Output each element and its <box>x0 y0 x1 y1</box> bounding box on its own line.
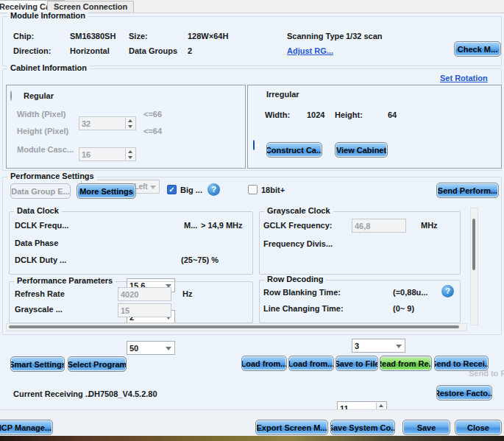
spinner-up-icon[interactable] <box>126 118 135 124</box>
big-checkbox[interactable]: ✓ <box>167 185 177 194</box>
spinner-down-icon[interactable] <box>126 124 135 130</box>
grayscale-input: 15 <box>118 303 171 317</box>
size-value: 128W×64H <box>188 32 228 40</box>
close-button[interactable]: Close <box>455 420 502 435</box>
spinner-down-icon[interactable] <box>126 155 135 160</box>
vertical-scrollbar-thumb[interactable] <box>472 219 475 270</box>
chip-label: Chip: <box>13 32 34 40</box>
dclk-frequency-hint: > 14,9 MHz <box>201 221 243 230</box>
current-receiving-label: Current Receiving ... <box>13 389 92 398</box>
data-groups-value: 2 <box>188 46 192 55</box>
frequency-division-select[interactable]: 3 <box>352 339 405 353</box>
irregular-width-value: 1024 <box>307 110 324 119</box>
vertical-scrollbar[interactable] <box>470 208 478 325</box>
load-from-button[interactable]: Load from... <box>288 356 334 371</box>
grayscale-label: Grayscale ... <box>15 305 63 314</box>
load-from-file-button[interactable]: Load from... <box>241 356 287 371</box>
chip-value: SM16380SH <box>70 32 116 40</box>
gclk-frequency-input: 46,8 <box>352 219 406 233</box>
more-settings-button[interactable]: More Settings <box>77 183 136 199</box>
save-system-config-button[interactable]: Save System Co... <box>330 420 395 435</box>
help-icon[interactable]: ? <box>207 183 220 196</box>
horizontal-scrollbar[interactable] <box>6 323 467 331</box>
dclk-duty-hint: (25~75) % <box>181 255 219 264</box>
width-pixel-spinner: 32 <box>79 116 136 130</box>
check-module-button[interactable]: Check M... <box>454 41 501 57</box>
adjust-rg-link[interactable]: Adjust RG... <box>287 46 333 55</box>
big-checkbox-label: Big ... <box>180 186 202 194</box>
desktop-strip <box>0 436 504 441</box>
regular-radio-label: Regular <box>24 91 54 100</box>
help-icon[interactable]: ? <box>441 285 454 297</box>
row-blanking-hint: (=0,88u... <box>393 288 427 297</box>
save-button[interactable]: Save <box>402 420 450 435</box>
refresh-rate-value: 4020 <box>121 290 138 299</box>
spinner-up-icon[interactable] <box>126 149 135 155</box>
row-blanking-time-label: Row Blanking Time: <box>263 288 341 297</box>
line-changing-hint: (0~ 9) <box>393 304 414 313</box>
dclk-duty-label: DCLK Duty ... <box>15 255 66 264</box>
dclk-duty-select[interactable]: 50 <box>127 341 175 355</box>
width-pixel-value: 32 <box>82 119 90 128</box>
frequency-division-label: Frequency Divis... <box>263 239 333 248</box>
save-to-file-button[interactable]: Save to File <box>336 356 378 371</box>
refresh-rate-unit: Hz <box>182 289 192 298</box>
gclk-frequency-value: 46,8 <box>355 222 370 230</box>
grayscale-value: 15 <box>121 306 129 315</box>
performance-parameters-title: Performance Parameters <box>14 276 116 285</box>
width-pixel-label: Width (Pixel) <box>17 110 66 119</box>
module-information-group: Module Information <box>2 16 502 66</box>
horizontal-scrollbar-thumb[interactable] <box>9 325 459 328</box>
check-icon: ✓ <box>168 186 174 194</box>
current-receiving-value: DH7508_V4.5.2.80 <box>88 389 157 398</box>
regular-radio[interactable] <box>10 91 12 101</box>
gclk-frequency-unit: MHz <box>421 221 438 230</box>
ncp-manage-button[interactable]: NCP Manage... <box>0 420 53 435</box>
refresh-rate-label: Refresh Rate <box>15 289 65 298</box>
row-decoding-group: Row Decoding <box>259 280 461 323</box>
frequency-division-value: 3 <box>355 342 359 350</box>
chevron-down-icon <box>166 347 171 350</box>
height-pixel-label: Height (Pixel) <box>17 127 68 135</box>
irregular-radio[interactable] <box>253 140 255 150</box>
data-phase-label: Data Phase <box>15 239 58 247</box>
export-screen-button[interactable]: Export Screen M... <box>255 420 328 435</box>
18bit-checkbox-label: 18bit+ <box>261 186 285 194</box>
grayscale-clock-title: Grayscale Clock <box>264 206 333 215</box>
dclk-frequency-label: DCLK Frequ... <box>15 221 68 230</box>
irregular-height-label: Height: <box>335 110 363 119</box>
irregular-height-value: 64 <box>388 110 397 119</box>
row-decoding-title: Row Decoding <box>264 275 326 283</box>
height-pixel-spinner: 16 <box>79 147 136 161</box>
dclk-frequency-unit: M... <box>184 221 197 230</box>
scanning-type-value: 1/32 scan <box>346 32 383 40</box>
send-performance-button[interactable]: Send Perform... <box>436 183 499 198</box>
height-limit-hint: <=64 <box>143 127 162 135</box>
dclk-duty-value: 50 <box>129 344 138 353</box>
size-label: Size: <box>129 32 148 40</box>
scanning-type-label: Scanning Type <box>287 32 344 40</box>
select-program-button[interactable]: Select Program <box>68 356 127 372</box>
gclk-frequency-label: GCLK Frequency: <box>263 221 333 230</box>
18bit-checkbox[interactable] <box>248 185 258 194</box>
line-changing-time-label: Line Changing Time: <box>263 304 344 313</box>
direction-value: Horizontal <box>70 46 110 55</box>
send-to-receiving-button[interactable]: Send to Recei... <box>434 356 489 371</box>
restore-factory-button[interactable]: Restore Facto... <box>436 385 492 401</box>
chevron-down-icon <box>396 345 402 348</box>
read-from-receiving-button[interactable]: Read from Re... <box>380 356 432 371</box>
module-cascade-label: Module Casc... <box>17 145 74 154</box>
data-groups-label: Data Groups <box>129 46 177 55</box>
refresh-rate-input: 4020 <box>118 287 171 301</box>
receiving-card-window: Receiving Card Screen Connection Module … <box>0 0 504 441</box>
view-cabinet-button[interactable]: View Cabinet <box>335 142 388 158</box>
height-pixel-value: 16 <box>82 150 90 159</box>
data-clock-title: Data Clock <box>14 206 62 215</box>
construct-cabinet-button[interactable]: Construct Ca... <box>266 142 322 158</box>
performance-settings-title: Performance Settings <box>7 172 97 180</box>
module-information-title: Module Information <box>7 11 88 20</box>
set-rotation-link[interactable]: Set Rotation <box>440 74 488 82</box>
spinner-up-icon[interactable] <box>377 403 386 409</box>
irregular-radio-label: Irregular <box>266 90 299 99</box>
smart-settings-button[interactable]: Smart Settings <box>10 356 65 372</box>
